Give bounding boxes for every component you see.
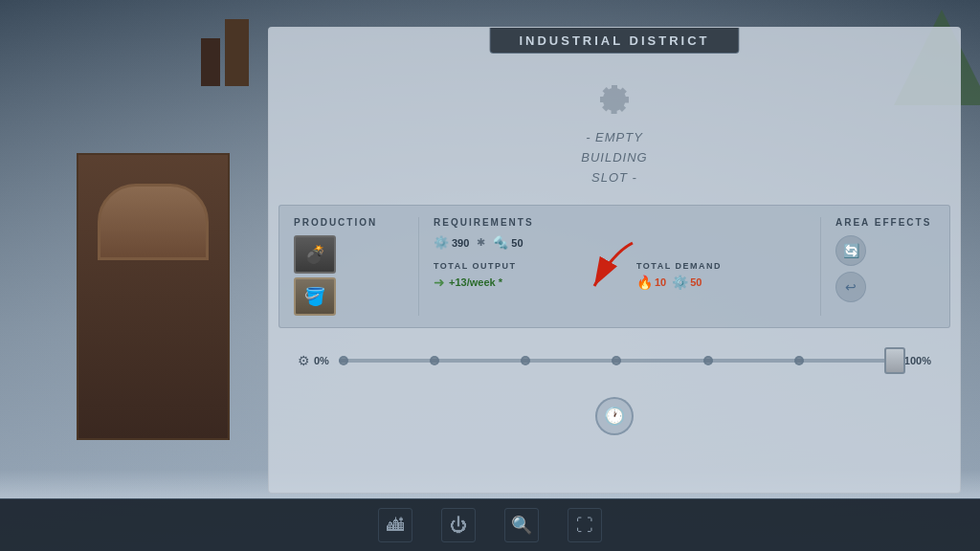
chimney-2 — [201, 38, 220, 86]
bucket-icon: 🪣 — [304, 286, 325, 307]
info-section: PRODUCTION 💣 🪣 REQUIREMENTS ⚙️ 390 — [278, 205, 950, 328]
slider-handle[interactable] — [884, 347, 905, 374]
slider-left-pct: 0% — [314, 355, 329, 366]
production-item-2[interactable]: 🪣 — [294, 277, 336, 316]
resource-2-value: 50 — [511, 237, 523, 249]
demand-item-1: 🔥 10 — [636, 275, 666, 290]
refresh-icon: ↩ — [845, 279, 857, 295]
panel-title: INDUSTRIAL DISTRICT — [519, 33, 709, 48]
power-icon: ⏻ — [450, 516, 467, 536]
city-icon: 🏙 — [387, 516, 404, 536]
demand-value-1: 10 — [655, 276, 666, 288]
clock-button-section: 🕐 — [595, 397, 634, 435]
demand-column: TOTAL DEMAND 🔥 10 ⚙️ 50 — [636, 261, 820, 290]
req-separator: ✱ — [477, 236, 485, 249]
production-items: 💣 🪣 — [294, 235, 342, 316]
clock-icon: 🕐 — [604, 406, 625, 427]
clock-button[interactable]: 🕐 — [595, 397, 634, 435]
gear-demand-icon: ⚙️ — [672, 275, 688, 290]
production-label: PRODUCTION — [294, 217, 418, 228]
slider-track[interactable] — [339, 359, 895, 363]
bottom-toolbar: 🏙 ⏻ 🔍 ⛶ — [0, 498, 980, 551]
fire-icon: 🔥 — [636, 275, 653, 290]
slider-dot-6 — [794, 356, 804, 365]
requirements-label: REQUIREMENTS — [434, 217, 820, 228]
area-effect-2: ↩ — [835, 272, 866, 302]
demand-values: 🔥 10 ⚙️ 50 — [636, 275, 820, 290]
chimney-1 — [225, 19, 249, 86]
slider-dots — [339, 356, 895, 365]
empty-slot-section: - EMPTY BUILDING SLOT - — [269, 56, 960, 187]
requirements-resources: ⚙️ 390 ✱ 🔩 50 — [434, 235, 820, 250]
output-demand-row: TOTAL OUTPUT ➜ +13/week * TOTAL DEMAND 🔥… — [434, 261, 820, 290]
output-text-value: +13/week * — [449, 276, 502, 288]
toolbar-btn-fullscreen[interactable]: ⛶ — [568, 508, 602, 542]
area-effect-icons: 🔄 ↩ — [835, 235, 935, 302]
toolbar-btn-search[interactable]: 🔍 — [504, 508, 539, 542]
production-item-1[interactable]: 💣 — [294, 235, 336, 274]
slider-section: ⚙ 0% 100% — [278, 353, 950, 368]
building-window — [98, 184, 209, 260]
toolbar-btn-power[interactable]: ⏻ — [441, 508, 476, 542]
total-output-label: TOTAL OUTPUT — [434, 261, 617, 271]
slider-right-pct: 100% — [904, 355, 931, 366]
industrial-building — [57, 77, 268, 440]
resource-1-value: 390 — [452, 237, 469, 249]
production-column: PRODUCTION 💣 🪣 — [294, 217, 418, 316]
toolbar-btn-city[interactable]: 🏙 — [378, 508, 412, 542]
area-effects-label: AREA EFFECTS — [835, 217, 935, 228]
slider-dot-5 — [703, 356, 713, 365]
resource-2: 🔩 50 — [493, 235, 523, 250]
slider-left-label: ⚙ 0% — [298, 353, 329, 368]
resource-1: ⚙️ 390 — [434, 235, 469, 250]
bomb-icon: 💣 — [304, 244, 325, 265]
fullscreen-icon: ⛶ — [576, 516, 593, 536]
slider-dot-4 — [612, 356, 621, 365]
gear-icon — [590, 76, 638, 123]
requirements-column: REQUIREMENTS ⚙️ 390 ✱ 🔩 50 TOTAL OUTPUT — [418, 217, 820, 316]
title-bar: INDUSTRIAL DISTRICT — [489, 28, 739, 54]
demand-value-2: 50 — [690, 276, 702, 288]
slider-dot-1 — [339, 356, 348, 365]
gear-resource-icon: ⚙️ — [434, 235, 449, 250]
slider-dot-3 — [521, 356, 530, 365]
slider-dot-2 — [430, 356, 439, 365]
output-arrow-icon: ➜ — [434, 275, 445, 290]
area-effect-1: 🔄 — [835, 235, 866, 266]
empty-slot-text: - EMPTY BUILDING SLOT - — [581, 128, 647, 187]
search-icon: 🔍 — [511, 515, 532, 536]
building-body — [77, 153, 230, 440]
output-value: ➜ +13/week * — [434, 275, 617, 290]
total-demand-label: TOTAL DEMAND — [636, 261, 820, 271]
area-effects-column: AREA EFFECTS 🔄 ↩ — [820, 217, 935, 316]
main-panel: INDUSTRIAL DISTRICT - EMPTY BUILDING SLO… — [268, 27, 961, 494]
bolt-resource-icon: 🔩 — [493, 235, 508, 250]
cycle-icon: 🔄 — [843, 243, 859, 258]
output-column: TOTAL OUTPUT ➜ +13/week * — [434, 261, 617, 290]
demand-item-2: ⚙️ 50 — [672, 275, 702, 290]
slider-gear-icon: ⚙ — [298, 353, 310, 368]
